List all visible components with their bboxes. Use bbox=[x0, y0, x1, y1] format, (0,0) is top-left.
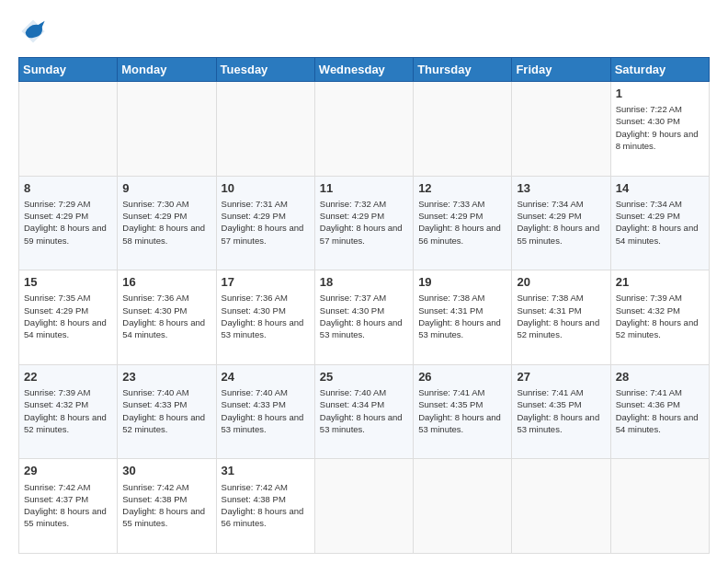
daylight: Daylight: 8 hours and 53 minutes. bbox=[222, 412, 304, 434]
calendar-cell: 29Sunrise: 7:42 AMSunset: 4:37 PMDayligh… bbox=[19, 459, 118, 554]
daylight: Daylight: 8 hours and 54 minutes. bbox=[616, 223, 699, 245]
calendar-body: 1Sunrise: 7:22 AMSunset: 4:30 PMDaylight… bbox=[19, 82, 710, 554]
calendar-cell: 12Sunrise: 7:33 AMSunset: 4:29 PMDayligh… bbox=[414, 176, 512, 270]
sunset: Sunset: 4:38 PM bbox=[222, 494, 286, 504]
sunrise: Sunrise: 7:42 AM bbox=[222, 482, 288, 492]
calendar-week-row: 22Sunrise: 7:39 AMSunset: 4:32 PMDayligh… bbox=[19, 364, 710, 459]
sunrise: Sunrise: 7:29 AM bbox=[24, 199, 90, 209]
sunrise: Sunrise: 7:42 AM bbox=[24, 482, 90, 492]
sunrise: Sunrise: 7:34 AM bbox=[517, 199, 583, 209]
day-number: 15 bbox=[24, 274, 112, 291]
calendar-cell: 25Sunrise: 7:40 AMSunset: 4:34 PMDayligh… bbox=[314, 364, 413, 459]
sunrise: Sunrise: 7:41 AM bbox=[418, 387, 484, 397]
calendar-cell: 30Sunrise: 7:42 AMSunset: 4:38 PMDayligh… bbox=[118, 459, 216, 554]
daylight: Daylight: 8 hours and 58 minutes. bbox=[122, 223, 205, 245]
day-number: 19 bbox=[418, 274, 506, 291]
day-number: 13 bbox=[517, 180, 605, 197]
sunrise: Sunrise: 7:39 AM bbox=[616, 293, 682, 303]
sunset: Sunset: 4:38 PM bbox=[122, 494, 187, 504]
calendar-cell: 17Sunrise: 7:36 AMSunset: 4:30 PMDayligh… bbox=[216, 270, 314, 365]
header bbox=[18, 15, 710, 48]
calendar-cell: 22Sunrise: 7:39 AMSunset: 4:32 PMDayligh… bbox=[19, 364, 118, 459]
daylight: Daylight: 8 hours and 52 minutes. bbox=[517, 317, 599, 339]
calendar-cell: 11Sunrise: 7:32 AMSunset: 4:29 PMDayligh… bbox=[314, 176, 413, 270]
daylight: Daylight: 8 hours and 52 minutes. bbox=[122, 412, 205, 434]
daylight: Daylight: 8 hours and 53 minutes. bbox=[418, 412, 501, 434]
day-number: 30 bbox=[122, 463, 210, 479]
calendar-cell: 27Sunrise: 7:41 AMSunset: 4:35 PMDayligh… bbox=[512, 364, 610, 459]
daylight: Daylight: 8 hours and 53 minutes. bbox=[222, 317, 304, 339]
day-of-week-header: Monday bbox=[118, 58, 216, 82]
calendar-week-row: 1Sunrise: 7:22 AMSunset: 4:30 PMDaylight… bbox=[19, 82, 710, 177]
sunset: Sunset: 4:29 PM bbox=[222, 211, 286, 221]
calendar-cell: 20Sunrise: 7:38 AMSunset: 4:31 PMDayligh… bbox=[512, 270, 610, 365]
sunrise: Sunrise: 7:41 AM bbox=[616, 387, 682, 397]
page: SundayMondayTuesdayWednesdayThursdayFrid… bbox=[0, 0, 728, 563]
day-number: 31 bbox=[222, 463, 310, 479]
calendar-cell bbox=[118, 82, 216, 177]
calendar-cell: 13Sunrise: 7:34 AMSunset: 4:29 PMDayligh… bbox=[512, 176, 610, 270]
calendar-cell bbox=[314, 459, 413, 554]
sunset: Sunset: 4:29 PM bbox=[24, 211, 88, 221]
day-of-week-header: Wednesday bbox=[314, 58, 413, 82]
sunrise: Sunrise: 7:38 AM bbox=[418, 293, 484, 303]
sunset: Sunset: 4:30 PM bbox=[122, 305, 187, 316]
sunrise: Sunrise: 7:22 AM bbox=[616, 104, 682, 114]
day-of-week-header: Saturday bbox=[610, 58, 709, 82]
daylight: Daylight: 8 hours and 57 minutes. bbox=[222, 223, 304, 245]
sunset: Sunset: 4:37 PM bbox=[24, 494, 88, 504]
daylight: Daylight: 8 hours and 55 minutes. bbox=[517, 223, 599, 245]
calendar-table: SundayMondayTuesdayWednesdayThursdayFrid… bbox=[18, 57, 710, 554]
sunset: Sunset: 4:30 PM bbox=[222, 305, 286, 316]
sunset: Sunset: 4:29 PM bbox=[320, 211, 384, 221]
day-number: 10 bbox=[222, 180, 310, 197]
sunset: Sunset: 4:29 PM bbox=[122, 211, 187, 221]
sunrise: Sunrise: 7:31 AM bbox=[222, 199, 288, 209]
calendar-cell: 9Sunrise: 7:30 AMSunset: 4:29 PMDaylight… bbox=[118, 176, 216, 270]
sunrise: Sunrise: 7:34 AM bbox=[616, 199, 682, 209]
calendar-cell bbox=[414, 82, 512, 177]
daylight: Daylight: 8 hours and 54 minutes. bbox=[24, 317, 107, 339]
day-number: 17 bbox=[222, 274, 310, 291]
daylight: Daylight: 8 hours and 53 minutes. bbox=[418, 317, 501, 339]
day-number: 11 bbox=[320, 180, 408, 197]
day-of-week-header: Thursday bbox=[414, 58, 512, 82]
sunrise: Sunrise: 7:36 AM bbox=[222, 293, 288, 303]
calendar-cell bbox=[512, 459, 610, 554]
logo-icon bbox=[20, 18, 46, 44]
calendar-cell: 15Sunrise: 7:35 AMSunset: 4:29 PMDayligh… bbox=[19, 270, 118, 365]
sunset: Sunset: 4:32 PM bbox=[24, 399, 88, 409]
day-number: 28 bbox=[616, 369, 704, 385]
day-number: 16 bbox=[122, 274, 210, 291]
calendar-cell bbox=[610, 459, 709, 554]
sunrise: Sunrise: 7:39 AM bbox=[24, 387, 90, 397]
day-number: 23 bbox=[122, 369, 210, 385]
calendar-cell: 24Sunrise: 7:40 AMSunset: 4:33 PMDayligh… bbox=[216, 364, 314, 459]
day-number: 27 bbox=[517, 369, 605, 385]
daylight: Daylight: 8 hours and 57 minutes. bbox=[320, 223, 403, 245]
daylight: Daylight: 8 hours and 54 minutes. bbox=[122, 317, 205, 339]
day-number: 22 bbox=[24, 369, 112, 385]
calendar-cell bbox=[512, 82, 610, 177]
day-number: 29 bbox=[24, 463, 112, 479]
calendar-cell: 10Sunrise: 7:31 AMSunset: 4:29 PMDayligh… bbox=[216, 176, 314, 270]
logo bbox=[18, 18, 46, 48]
calendar-week-row: 15Sunrise: 7:35 AMSunset: 4:29 PMDayligh… bbox=[19, 270, 710, 365]
day-number: 14 bbox=[616, 180, 704, 197]
day-number: 9 bbox=[122, 180, 210, 197]
sunset: Sunset: 4:29 PM bbox=[418, 211, 483, 221]
daylight: Daylight: 8 hours and 52 minutes. bbox=[616, 317, 699, 339]
sunrise: Sunrise: 7:36 AM bbox=[122, 293, 188, 303]
sunrise: Sunrise: 7:35 AM bbox=[24, 293, 90, 303]
days-of-week-row: SundayMondayTuesdayWednesdayThursdayFrid… bbox=[19, 58, 710, 82]
sunset: Sunset: 4:33 PM bbox=[122, 399, 187, 409]
calendar-cell: 14Sunrise: 7:34 AMSunset: 4:29 PMDayligh… bbox=[610, 176, 709, 270]
calendar-cell: 19Sunrise: 7:38 AMSunset: 4:31 PMDayligh… bbox=[414, 270, 512, 365]
sunrise: Sunrise: 7:30 AM bbox=[122, 199, 188, 209]
calendar-cell bbox=[19, 82, 118, 177]
daylight: Daylight: 8 hours and 53 minutes. bbox=[320, 317, 403, 339]
calendar-cell bbox=[414, 459, 512, 554]
daylight: Daylight: 8 hours and 53 minutes. bbox=[517, 412, 599, 434]
day-number: 18 bbox=[320, 274, 408, 291]
sunset: Sunset: 4:34 PM bbox=[320, 399, 384, 409]
